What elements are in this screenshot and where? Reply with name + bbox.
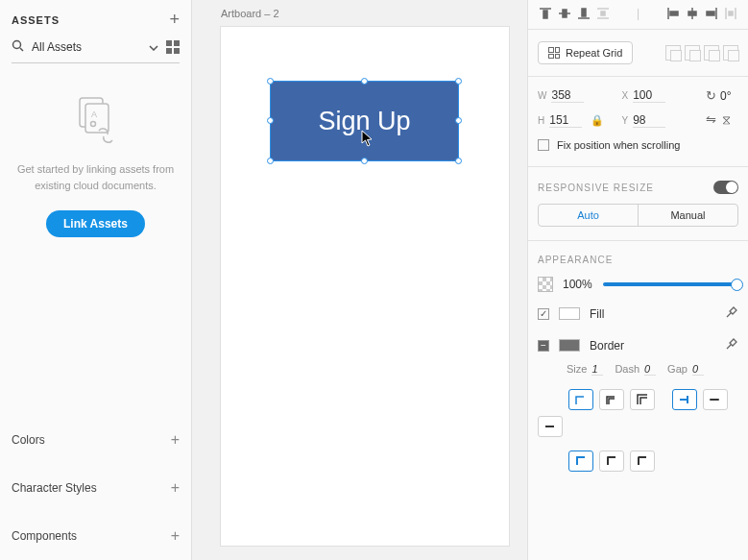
- rotate-icon[interactable]: ↻: [706, 88, 716, 103]
- artboard[interactable]: Sign Up: [221, 27, 509, 546]
- resize-manual[interactable]: Manual: [638, 205, 737, 226]
- repeat-grid-button[interactable]: Repeat Grid: [538, 41, 633, 64]
- join-miter-icon[interactable]: [568, 450, 593, 472]
- align-top-icon[interactable]: [538, 6, 553, 21]
- repeat-grid-icon: [548, 47, 560, 59]
- rotation-value[interactable]: 0°: [720, 89, 731, 103]
- assets-title: ASSETS: [12, 14, 60, 26]
- border-row: − Border: [528, 329, 748, 361]
- resize-handle[interactable]: [361, 78, 368, 85]
- resize-handle[interactable]: [455, 117, 462, 124]
- bool-intersect-icon[interactable]: [704, 45, 719, 61]
- add-asset-button[interactable]: +: [169, 10, 180, 30]
- eyedropper-icon[interactable]: [725, 337, 738, 353]
- opacity-value[interactable]: 100%: [563, 278, 593, 291]
- stroke-outer-icon[interactable]: [630, 389, 655, 410]
- svg-rect-16: [670, 12, 678, 15]
- resize-handle[interactable]: [267, 158, 274, 164]
- fix-position-row[interactable]: Fix position when scrolling: [528, 132, 748, 162]
- eyedropper-icon[interactable]: [725, 305, 738, 322]
- responsive-resize-header: RESPONSIVE RESIZE: [528, 171, 748, 200]
- asset-filter-label: All Assets: [32, 40, 141, 54]
- resize-handle[interactable]: [361, 158, 368, 164]
- charstyles-label: Character Styles: [12, 481, 97, 495]
- width-field[interactable]: W358: [538, 88, 616, 103]
- align-hcenter-icon[interactable]: [685, 6, 700, 21]
- align-left-icon[interactable]: [665, 6, 681, 21]
- border-size-field[interactable]: Size1: [567, 363, 603, 376]
- resize-handle[interactable]: [455, 78, 462, 85]
- canvas[interactable]: Artboard – 2 Sign Up: [192, 0, 527, 560]
- border-props: Size1 Dash0 Gap0: [528, 361, 748, 385]
- opacity-row[interactable]: 100%: [528, 271, 748, 298]
- fix-position-checkbox[interactable]: [538, 139, 549, 151]
- svg-rect-11: [582, 9, 586, 16]
- border-label: Border: [590, 339, 715, 353]
- bool-subtract-icon[interactable]: [685, 45, 700, 61]
- responsive-toggle[interactable]: [713, 181, 738, 194]
- fill-row: ✓ Fill: [528, 298, 748, 329]
- resize-handle[interactable]: [267, 78, 274, 85]
- align-vcenter-icon[interactable]: [557, 6, 572, 21]
- add-charstyle-button[interactable]: +: [171, 479, 180, 497]
- resize-auto[interactable]: Auto: [539, 205, 638, 226]
- assets-empty-state: A Get started by linking assets from exi…: [0, 63, 191, 256]
- selected-button-shape[interactable]: Sign Up: [271, 82, 458, 160]
- colors-section[interactable]: Colors +: [0, 416, 191, 464]
- components-label: Components: [12, 529, 77, 543]
- grid-view-icon[interactable]: [166, 40, 180, 54]
- bool-union-icon[interactable]: [665, 45, 681, 61]
- empty-text-line2: existing cloud documents.: [13, 178, 178, 194]
- bool-exclude-icon[interactable]: [723, 45, 738, 61]
- character-styles-section[interactable]: Character Styles +: [0, 464, 191, 512]
- stroke-align-row: [528, 385, 748, 447]
- repeat-grid-label: Repeat Grid: [566, 47, 622, 59]
- x-field[interactable]: X100: [622, 88, 701, 103]
- border-gap-field[interactable]: Gap0: [667, 363, 704, 376]
- resize-handle[interactable]: [455, 158, 462, 164]
- svg-point-0: [13, 41, 21, 49]
- shape-text: Sign Up: [318, 107, 410, 136]
- height-field[interactable]: H151🔒: [538, 113, 616, 128]
- empty-text-line1: Get started by linking assets from: [13, 161, 178, 178]
- stroke-inner-icon[interactable]: [568, 389, 593, 410]
- svg-line-1: [20, 48, 23, 51]
- resize-handle[interactable]: [267, 117, 274, 124]
- flip-h-icon[interactable]: ⇋: [706, 112, 716, 128]
- cap-round-icon[interactable]: [703, 389, 728, 410]
- border-swatch[interactable]: [559, 339, 580, 352]
- link-assets-button[interactable]: Link Assets: [46, 210, 145, 237]
- opacity-slider[interactable]: [603, 282, 738, 286]
- artboard-name[interactable]: Artboard – 2: [221, 8, 279, 19]
- resize-mode-segment[interactable]: Auto Manual: [538, 204, 738, 227]
- align-right-icon[interactable]: [704, 6, 719, 21]
- transform-section: W358 X100 ↻ 0° H151🔒 Y98 ⇋ ⧖: [528, 81, 748, 132]
- svg-rect-7: [543, 11, 547, 18]
- assets-panel: ASSETS + All Assets A Get started by lin…: [0, 0, 192, 560]
- border-checkbox[interactable]: −: [538, 340, 549, 352]
- svg-text:A: A: [91, 110, 97, 119]
- fill-swatch[interactable]: [559, 307, 580, 320]
- add-color-button[interactable]: +: [171, 431, 180, 449]
- distribute-h-icon[interactable]: [723, 6, 738, 21]
- cap-square-icon[interactable]: [538, 416, 563, 437]
- flip-v-icon[interactable]: ⧖: [722, 112, 731, 128]
- border-dash-field[interactable]: Dash0: [615, 363, 656, 376]
- asset-search-row[interactable]: All Assets: [0, 36, 191, 62]
- stroke-center-icon[interactable]: [599, 389, 624, 410]
- add-component-button[interactable]: +: [171, 527, 180, 545]
- align-toolbar: |: [528, 0, 748, 25]
- svg-rect-14: [601, 12, 605, 15]
- opacity-swatch-icon: [538, 277, 553, 292]
- join-round-icon[interactable]: [599, 450, 624, 472]
- components-section[interactable]: Components +: [0, 512, 191, 560]
- y-field[interactable]: Y98: [622, 113, 701, 128]
- align-bottom-icon[interactable]: [576, 6, 591, 21]
- lock-icon[interactable]: 🔒: [591, 114, 604, 127]
- search-icon: [12, 39, 24, 55]
- cap-butt-icon[interactable]: [672, 389, 697, 410]
- join-bevel-icon[interactable]: [630, 450, 655, 472]
- chevron-down-icon[interactable]: [149, 42, 158, 53]
- fill-checkbox[interactable]: ✓: [538, 308, 549, 320]
- distribute-v-icon[interactable]: [595, 6, 611, 21]
